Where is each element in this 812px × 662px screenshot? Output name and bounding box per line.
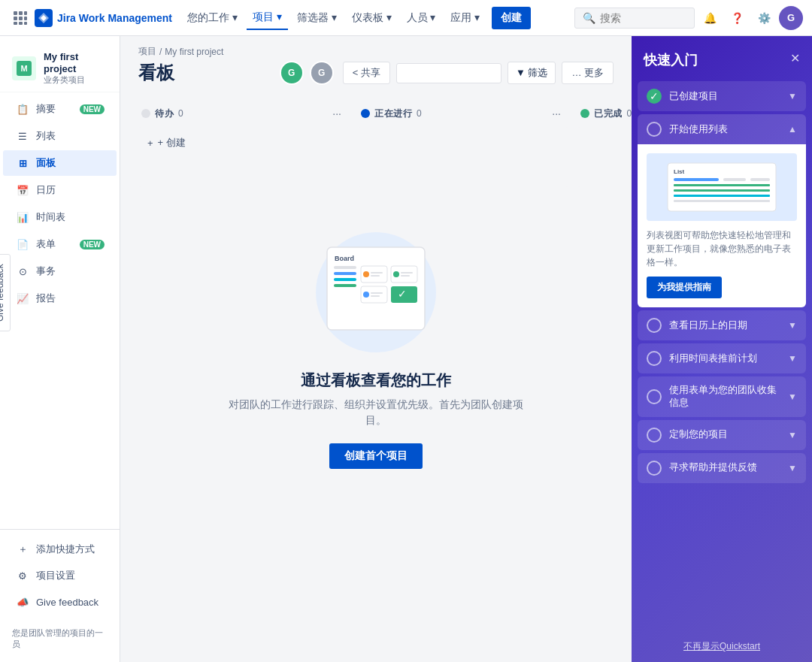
empty-state-title: 通过看板查看您的工作 (301, 370, 451, 391)
svg-rect-8 (24, 22, 27, 25)
sidebar-item-issues[interactable]: ⊙ 事务 (3, 258, 117, 284)
column-todo-count: 0 (178, 108, 183, 119)
grid-icon[interactable] (9, 7, 32, 29)
sidebar-item-add-shortcut[interactable]: ＋ 添加快捷方式 (3, 537, 117, 562)
qs-item-form-header[interactable]: 使用表单为您的团队收集信息 ▼ (638, 376, 806, 417)
nav-logo[interactable]: Jira Work Management (35, 9, 172, 27)
sidebar-item-label: 列表 (36, 129, 56, 143)
svg-text:M: M (20, 64, 27, 73)
sidebar-item-timeline[interactable]: 📊 时间表 (3, 204, 117, 230)
svg-rect-16 (334, 278, 356, 281)
svg-rect-29 (401, 275, 410, 277)
user-avatar[interactable]: G (779, 6, 803, 30)
column-done-body (577, 127, 632, 187)
page-header: 看板 G G < 共享 ▼ 筛选 … 更多 (120, 58, 632, 94)
svg-rect-21 (371, 275, 380, 277)
svg-rect-41 (674, 200, 770, 202)
svg-rect-14 (334, 266, 356, 269)
column-todo-body: + + 创建 (138, 127, 349, 187)
sidebar-item-summary[interactable]: 📋 摘要 NEW (3, 96, 117, 122)
column-todo-header: 待办 0 ··· (138, 100, 349, 127)
nav-apps[interactable]: 应用 ▾ (444, 7, 486, 29)
qs-guide-button[interactable]: 为我提供指南 (647, 277, 722, 298)
breadcrumb-project-name[interactable]: My first project (165, 47, 223, 57)
header-actions: < 共享 ▼ 筛选 … 更多 (343, 62, 614, 84)
qs-check-calendar (647, 318, 662, 333)
give-feedback-tab[interactable]: Give feedback (0, 254, 11, 331)
filter-button[interactable]: ▼ 筛选 (508, 62, 556, 84)
more-button[interactable]: … 更多 (562, 62, 614, 84)
qs-chevron-customize: ▼ (788, 430, 797, 440)
board-search-input[interactable] (396, 63, 501, 83)
qs-item-list-header[interactable]: 开始使用列表 ▲ (638, 114, 806, 144)
quickstart-title: 快速入门 (644, 51, 790, 69)
create-button[interactable]: 创建 (492, 7, 531, 29)
qs-item-help-header[interactable]: 寻求帮助并提供反馈 ▼ (638, 453, 806, 483)
board-columns: 待办 0 ··· + + 创建 (138, 100, 632, 187)
qs-item-customize-header[interactable]: 定制您的项目 ▼ (638, 420, 806, 450)
svg-point-23 (363, 292, 369, 298)
hide-quickstart-link[interactable]: 不再显示Quickstart (683, 641, 760, 651)
help-icon[interactable]: ❓ (725, 6, 749, 30)
breadcrumb-projects[interactable]: 项目 (138, 45, 156, 58)
sidebar-item-form[interactable]: 📄 表单 NEW (3, 231, 117, 257)
svg-rect-4 (19, 17, 23, 20)
header-avatars: G G (280, 61, 334, 85)
column-todo-menu[interactable]: ··· (328, 106, 346, 121)
qs-item-timeline-header[interactable]: 利用时间表推前计划 ▼ (638, 343, 806, 373)
svg-text:Board: Board (335, 255, 354, 262)
nav-dashboard[interactable]: 仪表板 ▾ (346, 7, 398, 29)
empty-illustration: Board (301, 217, 451, 352)
qs-item-calendar: 查看日历上的日期 ▼ (638, 310, 806, 340)
nav-project[interactable]: 项目 ▾ (247, 6, 288, 30)
qs-item-customize-label: 定制您的项目 (669, 428, 780, 441)
app-body: M My first project 业务类项目 📋 摘要 NEW ☰ 列表 ⊞… (0, 36, 812, 662)
svg-rect-5 (24, 17, 27, 20)
nav-your-work[interactable]: 您的工作 ▾ (181, 7, 244, 29)
search-box[interactable]: 🔍 (574, 8, 695, 29)
qs-item-created: ✓ 已创建项目 ▼ (638, 81, 806, 111)
project-name: My first project (44, 51, 108, 74)
create-first-project-button[interactable]: 创建首个项目 (329, 443, 423, 469)
project-avatar: M (12, 56, 36, 80)
create-issue-todo[interactable]: + + 创建 (144, 133, 343, 153)
avatar-g1[interactable]: G (280, 61, 304, 85)
quickstart-close-button[interactable]: ✕ (790, 51, 800, 65)
nav-people[interactable]: 人员 ▾ (401, 7, 442, 29)
svg-rect-39 (674, 189, 770, 192)
qs-item-calendar-header[interactable]: 查看日历上的日期 ▼ (638, 310, 806, 340)
column-todo: 待办 0 ··· + + 创建 (138, 100, 349, 187)
share-button[interactable]: < 共享 (343, 62, 390, 84)
avatar-g2[interactable]: G (310, 61, 334, 85)
jira-logo-icon (35, 9, 53, 27)
column-inprogress-title: 正在进行 (374, 107, 412, 120)
qs-list-description: 列表视图可帮助您快速轻松地管理和更新工作项目，就像您熟悉的电子表格一样。 (647, 228, 797, 269)
sidebar-item-project-settings[interactable]: ⚙ 项目设置 (3, 563, 117, 588)
notifications-icon[interactable]: 🔔 (698, 6, 722, 30)
qs-chevron-created: ▼ (788, 91, 797, 101)
form-icon: 📄 (15, 237, 30, 252)
svg-text:List: List (674, 168, 685, 175)
quickstart-header: 快速入门 ✕ (632, 36, 812, 81)
sidebar-item-feedback[interactable]: 📣 Give feedback (3, 589, 117, 615)
sidebar-item-label: 表单 (36, 237, 56, 251)
search-input[interactable] (600, 12, 690, 24)
sidebar-item-list[interactable]: ☰ 列表 (3, 123, 117, 149)
column-inprogress-menu[interactable]: ··· (547, 106, 565, 121)
column-done: 已完成 0 ··· (577, 100, 632, 187)
svg-text:✓: ✓ (398, 288, 407, 300)
column-done-header: 已完成 0 ··· (577, 100, 632, 127)
sidebar-project[interactable]: M My first project 业务类项目 (0, 42, 120, 92)
nav-logo-text: Jira Work Management (57, 12, 172, 24)
nav-filter[interactable]: 筛选器 ▾ (291, 7, 343, 29)
sidebar-item-board[interactable]: ⊞ 面板 (3, 150, 117, 176)
sidebar-item-reports[interactable]: 📈 报告 (3, 286, 117, 311)
qs-item-created-header[interactable]: ✓ 已创建项目 ▼ (638, 81, 806, 111)
sidebar-item-label: 面板 (36, 156, 56, 170)
qs-item-timeline-label: 利用时间表推前计划 (669, 352, 780, 365)
svg-rect-40 (674, 195, 770, 197)
svg-rect-37 (750, 178, 770, 181)
settings-icon[interactable]: ⚙️ (752, 6, 776, 30)
quickstart-panel: 快速入门 ✕ ✓ 已创建项目 ▼ 开始使用列表 ▲ (632, 36, 812, 662)
sidebar-item-calendar[interactable]: 📅 日历 (3, 177, 117, 203)
